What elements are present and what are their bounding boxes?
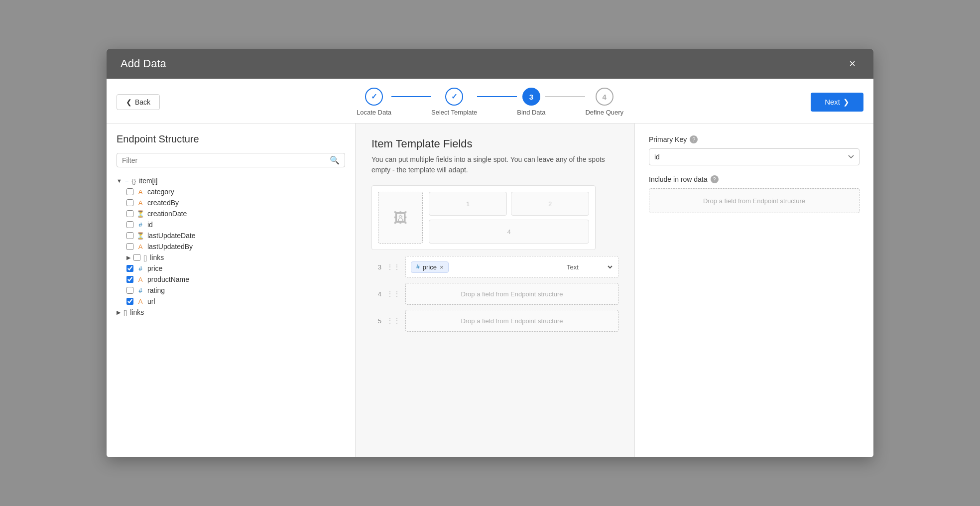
next-button[interactable]: Next ❯ (811, 93, 863, 112)
right-panel: Primary Key ? id Include in row data ? D… (634, 124, 873, 457)
field-label-productname: productName (147, 275, 189, 283)
field-label-rating: rating (147, 286, 165, 294)
step-1-label: Locate Data (357, 109, 391, 116)
sidebar: Endpoint Structure 🔍 ▼ − {} item[i] (107, 124, 356, 457)
brace-icon: {} (131, 177, 136, 185)
step-3-circle: 3 (522, 88, 540, 106)
section-title: Item Template Fields (371, 137, 618, 150)
include-row-label-row: Include in row data ? (649, 175, 859, 183)
tree-item-category: A category (117, 186, 345, 197)
primary-key-help-icon[interactable]: ? (690, 135, 698, 143)
filter-wrap: 🔍 (117, 153, 345, 167)
filter-input[interactable] (122, 156, 326, 164)
field-label-category: category (147, 188, 174, 196)
checkbox-creationdate[interactable] (126, 210, 133, 217)
step-1-circle: ✓ (365, 88, 383, 106)
template-image-cell: 🖼 (378, 192, 423, 244)
template-cell-4: 4 (429, 220, 589, 244)
step-line-1 (391, 96, 431, 97)
step-define-query: 4 Define Query (585, 88, 623, 116)
step-2-label: Select Template (431, 109, 477, 116)
primary-key-select[interactable]: id (649, 148, 859, 165)
price-tag-close[interactable]: × (440, 263, 444, 271)
tree-item-creationdate: ⏳ creationDate (117, 208, 345, 219)
drag-handle-4[interactable]: ⋮⋮ (386, 290, 400, 298)
checkbox-createdby[interactable] (126, 199, 133, 206)
step-4-circle: 4 (596, 88, 613, 106)
tree-item-lastupdatedby: A lastUpdatedBy (117, 241, 345, 252)
tree-item-links-1: ▶ [] links (117, 252, 345, 263)
template-right-cells: 1 2 4 (429, 192, 589, 244)
slot-3: 3 ⋮⋮ # price × Text Input Number Currenc… (371, 256, 618, 278)
main-content: Item Template Fields You can put multipl… (356, 124, 634, 457)
type-icon-text-5: A (136, 298, 144, 305)
step-line-3 (545, 96, 585, 97)
slot-5: 5 ⋮⋮ Drop a field from Endpoint structur… (371, 310, 618, 332)
field-label-lastupdatedate: lastUpdateDate (147, 232, 196, 240)
slot-3-content[interactable]: # price × Text Input Number Currency Per… (405, 256, 618, 278)
template-cell-2: 2 (511, 192, 589, 216)
steps-container: ✓ Locate Data ✓ Select Template 3 Bind D… (357, 88, 623, 116)
tree-item-id: # id (117, 219, 345, 230)
step-select-template: ✓ Select Template (431, 88, 477, 116)
close-button[interactable]: × (845, 55, 859, 72)
primary-key-label-row: Primary Key ? (649, 135, 859, 143)
expand-icon-2[interactable]: ▶ (117, 309, 121, 316)
checkbox-links[interactable] (133, 254, 140, 261)
type-icon-text-2: A (136, 199, 144, 207)
sidebar-title: Endpoint Structure (117, 133, 345, 145)
primary-key-label: Primary Key (649, 135, 687, 143)
pk-select-wrap: id (649, 148, 859, 165)
slot-5-content[interactable]: Drop a field from Endpoint structure (405, 310, 618, 332)
price-tag: # price × (411, 261, 449, 273)
modal-title: Add Data (121, 57, 166, 70)
checkbox-id[interactable] (126, 221, 133, 228)
checkbox-lastupdatedby[interactable] (126, 243, 133, 250)
field-label-id: id (147, 221, 153, 229)
checkbox-price[interactable] (126, 265, 133, 272)
template-cell-1: 1 (429, 192, 507, 216)
include-row-help-icon[interactable]: ? (711, 175, 719, 183)
checkbox-url[interactable] (126, 298, 133, 305)
field-label-links-root: links (130, 308, 144, 316)
bracket-icon: [] (143, 254, 147, 261)
tree-item-url: A url (117, 296, 345, 307)
checkbox-category[interactable] (126, 188, 133, 195)
type-icon-text-3: A (136, 243, 144, 251)
slot-4-content[interactable]: Drop a field from Endpoint structure (405, 283, 618, 305)
image-placeholder-icon: 🖼 (393, 210, 407, 226)
type-icon-text: A (136, 188, 144, 196)
step-2-circle: ✓ (445, 88, 463, 106)
drag-handle-5[interactable]: ⋮⋮ (386, 317, 400, 325)
tree-item-lastupdatedate: ⏳ lastUpdateDate (117, 230, 345, 241)
tree-item-createdby: A createdBy (117, 197, 345, 208)
back-button[interactable]: ❮ Back (117, 94, 160, 110)
template-row-1: 1 2 (429, 192, 589, 216)
step-bind-data: 3 Bind Data (517, 88, 545, 116)
type-icon-date: ⏳ (136, 210, 144, 218)
slot-3-type-select[interactable]: Text Input Number Currency Percent (565, 263, 614, 271)
type-icon-text-4: A (136, 276, 144, 283)
step-locate-data: ✓ Locate Data (357, 88, 391, 116)
type-icon-hash-2: # (136, 265, 144, 272)
minus-icon: − (125, 177, 129, 185)
slot-4: 4 ⋮⋮ Drop a field from Endpoint structur… (371, 283, 618, 305)
template-row-2: 4 (429, 220, 589, 244)
tree-item-price: # price (117, 263, 345, 274)
drag-handle-3[interactable]: ⋮⋮ (386, 263, 400, 271)
expand-icon[interactable]: ▶ (126, 254, 130, 261)
checkbox-lastupdatedate[interactable] (126, 232, 133, 239)
step-4-label: Define Query (585, 109, 623, 116)
modal-header: Add Data × (107, 49, 873, 79)
add-data-modal: Add Data × ❮ Back ✓ Locate Data ✓ Select… (107, 49, 873, 457)
price-hash-icon: # (416, 263, 420, 270)
collapse-icon[interactable]: ▼ (117, 178, 122, 184)
type-icon-hash: # (136, 221, 144, 229)
step-line-2 (477, 96, 517, 97)
row-data-drop-zone[interactable]: Drop a field from Endpoint structure (649, 188, 859, 213)
checkbox-rating[interactable] (126, 287, 133, 294)
checkbox-productname[interactable] (126, 276, 133, 283)
field-label-links: links (150, 253, 164, 261)
step-3-label: Bind Data (517, 109, 545, 116)
field-label-creationdate: creationDate (147, 210, 187, 218)
